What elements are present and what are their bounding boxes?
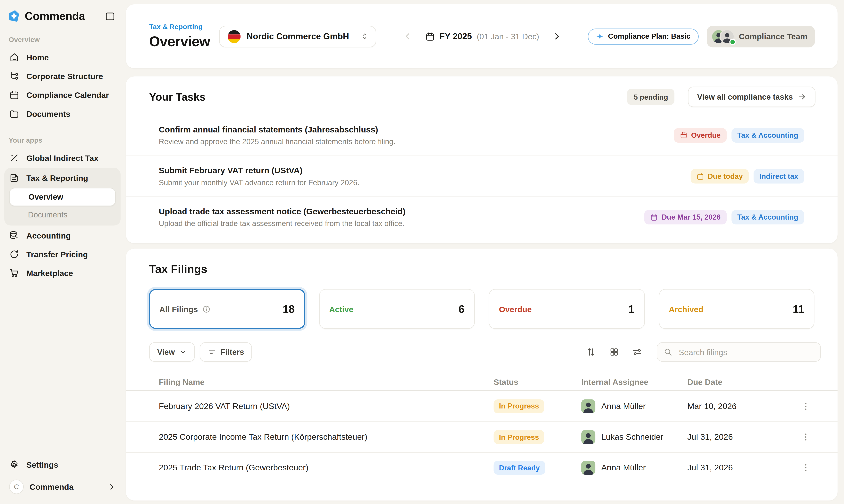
view-all-tasks-button[interactable]: View all compliance tasks bbox=[688, 87, 815, 107]
column-due-date: Due Date bbox=[687, 377, 784, 386]
calendar-icon bbox=[650, 213, 658, 221]
row-menu-button[interactable] bbox=[800, 462, 812, 474]
sidebar-item-label: Corporate Structure bbox=[26, 72, 103, 81]
filing-name: 2025 Trade Tax Return (Gewerbesteuer) bbox=[159, 463, 494, 472]
filters-button[interactable]: Filters bbox=[200, 342, 252, 362]
task-text: Submit February VAT return (UStVA) Submi… bbox=[159, 166, 690, 187]
filings-toolbar: View Filters bbox=[149, 342, 821, 362]
app-logo: Commenda bbox=[7, 10, 85, 23]
coins-icon bbox=[9, 230, 19, 240]
assignee-name: Lukas Schneider bbox=[601, 432, 663, 442]
assignee-cell: Anna Müller bbox=[581, 399, 687, 413]
column-settings-button[interactable] bbox=[632, 347, 642, 357]
corporate-structure-icon bbox=[9, 71, 19, 81]
task-text: Upload trade tax assessment notice (Gewe… bbox=[159, 207, 645, 228]
calendar-icon bbox=[680, 131, 687, 139]
file-text-icon bbox=[9, 173, 19, 183]
next-period-button[interactable] bbox=[552, 32, 561, 41]
sidebar-item-accounting[interactable]: Accounting bbox=[4, 226, 121, 245]
fiscal-year-selector[interactable]: FY 2025 (01 Jan - 31 Dec) bbox=[425, 32, 539, 41]
task-list: Confirm annual financial statements (Jah… bbox=[126, 115, 838, 237]
online-status-dot bbox=[729, 38, 736, 45]
row-menu-button[interactable] bbox=[800, 431, 812, 443]
chevrons-up-down-icon bbox=[360, 32, 369, 40]
tasks-title: Your Tasks bbox=[149, 91, 205, 103]
your-tasks-section: Your Tasks 5 pending View all compliance… bbox=[126, 76, 838, 243]
calendar-icon bbox=[425, 32, 435, 41]
sidebar-item-compliance-calendar[interactable]: Compliance Calendar bbox=[4, 86, 121, 104]
cart-icon bbox=[9, 268, 19, 278]
filing-name: 2025 Corporate Income Tax Return (Körper… bbox=[159, 432, 494, 442]
due-date: Jul 31, 2026 bbox=[687, 463, 784, 472]
sidebar-item-documents[interactable]: Documents bbox=[4, 104, 121, 123]
sort-button[interactable] bbox=[586, 347, 596, 357]
sidebar-item-tax-reporting[interactable]: Tax & Reporting bbox=[4, 168, 121, 187]
sidebar-subitem-overview[interactable]: Overview bbox=[9, 188, 116, 206]
arrow-right-icon bbox=[798, 93, 806, 101]
table-row[interactable]: February 2026 VAT Return (UStVA) In Prog… bbox=[126, 391, 838, 421]
stat-card-archived[interactable]: Archived 11 bbox=[659, 289, 814, 329]
org-avatar: C bbox=[9, 480, 24, 494]
task-row[interactable]: Upload trade tax assessment notice (Gewe… bbox=[126, 197, 838, 237]
sidebar-item-label: Marketplace bbox=[26, 269, 73, 278]
gear-icon bbox=[9, 460, 19, 470]
task-description: Review and approve the 2025 annual finan… bbox=[159, 137, 663, 146]
row-menu-button[interactable] bbox=[800, 400, 812, 412]
refresh-icon bbox=[9, 249, 19, 259]
compliance-team-button[interactable]: Compliance Team bbox=[707, 25, 815, 47]
table-header: Filing Name Status Internal Assignee Due… bbox=[126, 373, 838, 391]
kebab-icon bbox=[801, 432, 811, 442]
due-label: Due Mar 15, 2026 bbox=[662, 213, 720, 221]
sparkle-icon bbox=[596, 32, 604, 40]
sidebar-subitem-documents[interactable]: Documents bbox=[4, 206, 121, 223]
company-selector[interactable]: Nordic Commerce GmbH bbox=[219, 25, 376, 47]
filters-label: Filters bbox=[220, 348, 244, 356]
org-switcher[interactable]: C Commenda bbox=[4, 478, 121, 496]
stat-card-overdue[interactable]: Overdue 1 bbox=[489, 289, 645, 329]
task-badges: Overdue Tax & Accounting bbox=[674, 128, 804, 142]
app-name: Commenda bbox=[25, 10, 85, 23]
view-dropdown-button[interactable]: View bbox=[149, 342, 195, 362]
grid-view-button[interactable] bbox=[609, 347, 619, 357]
stat-card-all-filings[interactable]: All Filings 18 bbox=[149, 289, 305, 329]
sidebar-item-corporate-structure[interactable]: Corporate Structure bbox=[4, 67, 121, 86]
task-row[interactable]: Confirm annual financial statements (Jah… bbox=[126, 115, 838, 156]
sidebar-item-settings[interactable]: Settings bbox=[4, 455, 121, 474]
due-label: Overdue bbox=[691, 131, 720, 139]
info-icon[interactable] bbox=[202, 305, 210, 313]
team-avatars bbox=[711, 29, 735, 44]
filter-icon bbox=[208, 348, 216, 356]
page-header: Tax & Reporting Overview Nordic Commerce… bbox=[126, 4, 838, 68]
task-badges: Due today Indirect tax bbox=[690, 169, 804, 183]
header-text: Tax & Reporting Overview bbox=[149, 23, 210, 50]
stat-label-text: All Filings bbox=[159, 304, 198, 313]
table-row[interactable]: 2025 Trade Tax Return (Gewerbesteuer) Dr… bbox=[126, 452, 838, 483]
assignee-cell: Anna Müller bbox=[581, 461, 687, 475]
stat-card-active[interactable]: Active 6 bbox=[319, 289, 475, 329]
prev-period-button[interactable] bbox=[403, 32, 412, 41]
status-badge: Draft Ready bbox=[493, 461, 545, 475]
due-date: Mar 10, 2026 bbox=[687, 401, 784, 411]
table-view-controls bbox=[586, 347, 642, 357]
task-title: Upload trade tax assessment notice (Gewe… bbox=[159, 207, 633, 216]
task-description: Upload the official trade tax assessment… bbox=[159, 219, 633, 228]
sidebar-item-transfer-pricing[interactable]: Transfer Pricing bbox=[4, 245, 121, 264]
task-row[interactable]: Submit February VAT return (UStVA) Submi… bbox=[126, 156, 838, 196]
table-row[interactable]: 2025 Corporate Income Tax Return (Körper… bbox=[126, 421, 838, 452]
home-icon bbox=[9, 52, 19, 62]
chevron-right-icon bbox=[108, 483, 116, 491]
assignee-name: Anna Müller bbox=[601, 401, 646, 411]
search-input[interactable] bbox=[657, 342, 821, 362]
view-label: View bbox=[157, 348, 175, 356]
sidebar-toggle-button[interactable] bbox=[104, 10, 116, 22]
breadcrumb[interactable]: Tax & Reporting bbox=[149, 23, 210, 31]
sidebar-item-label: Documents bbox=[26, 109, 70, 119]
sidebar-header: Commenda bbox=[0, 7, 125, 23]
task-text: Confirm annual financial statements (Jah… bbox=[159, 125, 674, 146]
compliance-plan-badge[interactable]: Compliance Plan: Basic bbox=[588, 28, 699, 44]
chevron-down-icon bbox=[179, 348, 187, 356]
filing-name: February 2026 VAT Return (UStVA) bbox=[159, 401, 494, 411]
sidebar-item-global-indirect-tax[interactable]: Global Indirect Tax bbox=[4, 148, 121, 167]
sidebar-item-home[interactable]: Home bbox=[4, 48, 121, 67]
sidebar-item-marketplace[interactable]: Marketplace bbox=[4, 264, 121, 283]
